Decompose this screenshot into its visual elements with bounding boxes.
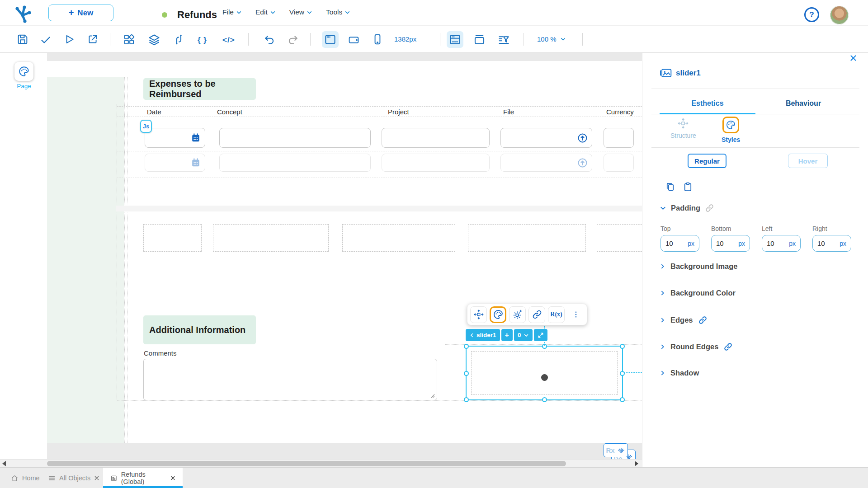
widget-settings-button[interactable] (509, 306, 526, 323)
resize-handle-w[interactable] (464, 371, 469, 376)
accordion-round-edges[interactable]: Round Edges (660, 342, 733, 352)
file-input[interactable] (500, 128, 592, 148)
expand-icon (538, 332, 544, 338)
resize-handle-s[interactable] (542, 397, 547, 402)
styles-palette-button[interactable] (490, 306, 506, 323)
undo-icon[interactable] (264, 34, 275, 46)
export-icon[interactable] (87, 33, 99, 45)
close-icon[interactable] (170, 475, 175, 481)
help-icon[interactable]: ? (804, 7, 819, 22)
menu-edit[interactable]: Edit (255, 8, 276, 16)
concept-input[interactable] (219, 128, 371, 148)
resize-handle[interactable] (430, 393, 435, 398)
link-icon (723, 342, 733, 352)
currency-input-row2[interactable] (604, 154, 634, 172)
layers-icon[interactable] (148, 33, 160, 46)
upload-icon[interactable] (577, 132, 588, 144)
accordion-shadow[interactable]: Shadow (660, 369, 699, 377)
validate-icon[interactable] (40, 34, 52, 46)
viewport-tablet-icon[interactable] (348, 34, 359, 46)
breadcrumb-expand-chip[interactable] (534, 329, 547, 341)
padding-right-input[interactable] (817, 239, 833, 247)
file-input-row2[interactable] (500, 154, 592, 172)
menu-tools[interactable]: Tools (326, 8, 350, 16)
subtab-styles[interactable]: Styles (722, 117, 740, 143)
widget-rules-button[interactable]: R(x) (548, 306, 565, 323)
tab-refunds-global[interactable]: Refunds (Global) (103, 468, 183, 488)
page-surface[interactable]: Expenses to be Reimbursed Date Concept P… (47, 61, 642, 443)
selected-slider-widget[interactable] (466, 346, 623, 400)
paste-style-icon[interactable] (683, 182, 693, 192)
currency-input[interactable] (604, 128, 634, 148)
date-input[interactable] (145, 128, 205, 148)
layout-header-icon[interactable] (449, 33, 461, 46)
menu-file[interactable]: File (222, 8, 242, 16)
widget-more-button[interactable] (567, 306, 584, 323)
layout-frame-icon[interactable] (473, 33, 486, 46)
section-title-block[interactable]: Expenses to be Reimbursed (143, 78, 256, 100)
filter-funnel-icon[interactable] (498, 33, 510, 46)
resize-handle-e[interactable] (620, 371, 625, 376)
empty-cell[interactable] (213, 224, 329, 252)
resize-handle-sw[interactable] (464, 397, 469, 402)
resize-handle-se[interactable] (620, 397, 625, 402)
scroll-left-arrow[interactable] (2, 461, 6, 466)
avatar[interactable] (830, 6, 849, 24)
js-code-badge[interactable]: Js (140, 120, 152, 133)
tab-home[interactable]: Home (11, 468, 40, 488)
preview-play-icon[interactable] (63, 33, 75, 45)
menu-view[interactable]: View (289, 8, 312, 16)
copy-style-icon[interactable] (665, 182, 675, 192)
section-title-block[interactable]: Additional Information (143, 315, 256, 344)
save-icon[interactable] (16, 33, 29, 46)
viewport-mobile-icon[interactable] (372, 33, 383, 45)
comments-textarea[interactable] (143, 359, 437, 400)
project-input[interactable] (382, 128, 490, 148)
resize-handle-ne[interactable] (620, 344, 625, 349)
empty-cell[interactable] (342, 224, 455, 252)
rx-visibility-badge[interactable]: Rx (604, 443, 628, 457)
scrollbar-thumb[interactable] (47, 461, 566, 466)
tab-all-objects[interactable]: All Objects (48, 468, 99, 488)
concept-input-row2[interactable] (219, 154, 371, 172)
state-hover-button[interactable]: Hover (788, 154, 828, 168)
widgets-icon[interactable] (123, 33, 135, 46)
scroll-right-arrow[interactable] (635, 461, 638, 466)
code-icon[interactable]: </> (222, 36, 235, 45)
padding-bottom-input[interactable] (716, 239, 731, 247)
accordion-edges[interactable]: Edges (660, 315, 708, 325)
tab-esthetics[interactable]: Esthetics (660, 99, 755, 108)
accordion-background-image[interactable]: Background Image (660, 262, 738, 271)
canvas-horizontal-scrollbar[interactable] (0, 459, 642, 467)
calendar-icon[interactable] (191, 133, 201, 143)
page-styles-button[interactable] (14, 62, 33, 81)
breadcrumb-element-chip[interactable]: slider1 (466, 329, 500, 341)
state-regular-button[interactable]: Regular (688, 154, 726, 168)
empty-cell[interactable] (143, 224, 202, 252)
padding-section-header[interactable]: Padding (660, 203, 714, 213)
subtab-structure[interactable]: Structure (670, 117, 696, 139)
breadcrumb-index-chip[interactable]: 0 (514, 329, 533, 341)
resize-handle-nw[interactable] (464, 344, 469, 349)
zoom-control[interactable]: 100 % (537, 35, 566, 43)
viewport-desktop-icon[interactable] (324, 33, 336, 46)
structure-move-button[interactable] (470, 306, 487, 323)
tab-behaviour[interactable]: Behaviour (755, 99, 851, 108)
braces-icon[interactable]: { } (198, 36, 207, 45)
accordion-background-color[interactable]: Background Color (660, 289, 736, 297)
new-button[interactable]: + New (48, 5, 113, 21)
empty-cell[interactable] (468, 224, 586, 252)
close-icon[interactable] (849, 54, 857, 62)
connections-icon[interactable] (173, 33, 185, 46)
empty-cell[interactable] (597, 224, 642, 252)
padding-top-input[interactable] (665, 239, 681, 247)
redo-icon[interactable] (287, 34, 299, 46)
app-logo-icon[interactable] (12, 3, 33, 24)
close-icon[interactable] (94, 475, 99, 481)
padding-left-input[interactable] (767, 239, 782, 247)
table-header-row[interactable]: Date Concept Project File Currency (117, 106, 642, 117)
widget-link-button[interactable] (528, 306, 545, 323)
breadcrumb-add-chip[interactable]: + (501, 329, 513, 341)
date-input-row2[interactable] (145, 154, 205, 172)
project-input-row2[interactable] (382, 154, 490, 172)
